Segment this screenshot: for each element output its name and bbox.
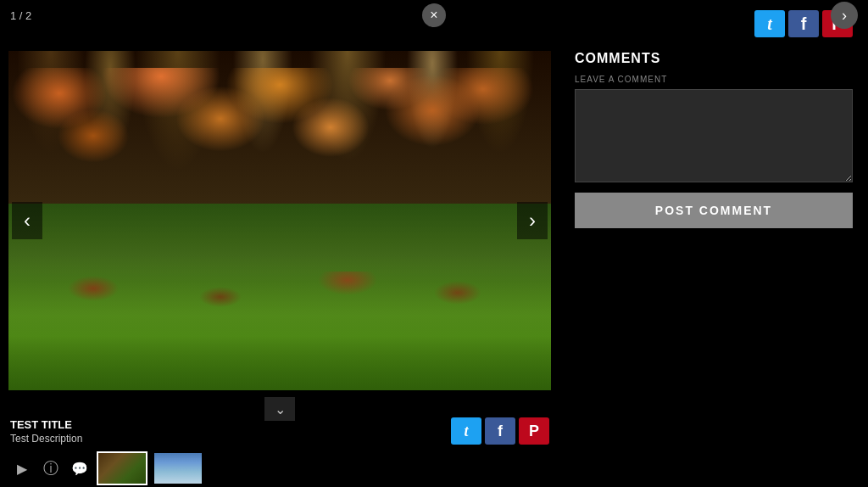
twitter-icon-bottom: t: [464, 423, 468, 440]
slide-counter: 1 / 2: [10, 9, 31, 22]
bottom-bar: TEST TITLE Test Description t f P ▶ ⓘ 💬: [0, 411, 559, 487]
thumbnail-2[interactable]: [153, 451, 203, 485]
thumbnail-1-image: [98, 453, 146, 484]
thumbnail-strip: ▶ ⓘ 💬: [10, 451, 549, 485]
comments-heading: COMMENTS: [575, 51, 853, 66]
close-button[interactable]: ×: [422, 3, 446, 27]
facebook-share-button-bottom[interactable]: f: [485, 417, 515, 445]
play-icon: ▶: [17, 461, 27, 477]
pinterest-share-button-bottom[interactable]: P: [519, 417, 549, 445]
twitter-share-button-bottom[interactable]: t: [451, 417, 481, 445]
play-button[interactable]: ▶: [10, 456, 34, 480]
comment-textarea[interactable]: [575, 89, 853, 182]
right-panel: t f P COMMENTS LEAVE A COMMENT POST COMM…: [559, 0, 868, 487]
info-button[interactable]: ⓘ: [39, 456, 63, 480]
post-comment-button[interactable]: POST COMMENT: [575, 193, 853, 228]
leaves-layer: [8, 271, 551, 339]
thumbnail-2-image: [154, 453, 202, 484]
image-description: Test Description: [10, 433, 82, 445]
thumbnail-1[interactable]: [97, 451, 147, 485]
comment-icon: 💬: [71, 461, 88, 477]
prev-arrow-button[interactable]: ‹: [12, 202, 42, 239]
pinterest-icon-bottom: P: [529, 423, 539, 440]
social-icons-bottom: t f P: [451, 417, 549, 445]
next-arrow-button[interactable]: ›: [517, 202, 548, 239]
main-image: [8, 51, 551, 390]
top-bar: 1 / 2 × ›: [0, 0, 868, 31]
title-block: TEST TITLE Test Description: [10, 418, 82, 445]
info-icon: ⓘ: [43, 458, 58, 479]
image-container: ‹ ›: [8, 51, 551, 390]
chevron-down-button[interactable]: ⌄: [264, 397, 295, 421]
main-image-area: ‹ › ⌄: [0, 31, 559, 411]
leave-comment-label: LEAVE A COMMENT: [575, 75, 853, 84]
comment-button[interactable]: 💬: [68, 456, 92, 480]
next-slide-button[interactable]: ›: [831, 2, 858, 29]
image-title: TEST TITLE: [10, 418, 82, 431]
title-area: TEST TITLE Test Description t f P: [10, 417, 549, 445]
facebook-icon-bottom: f: [498, 423, 503, 440]
